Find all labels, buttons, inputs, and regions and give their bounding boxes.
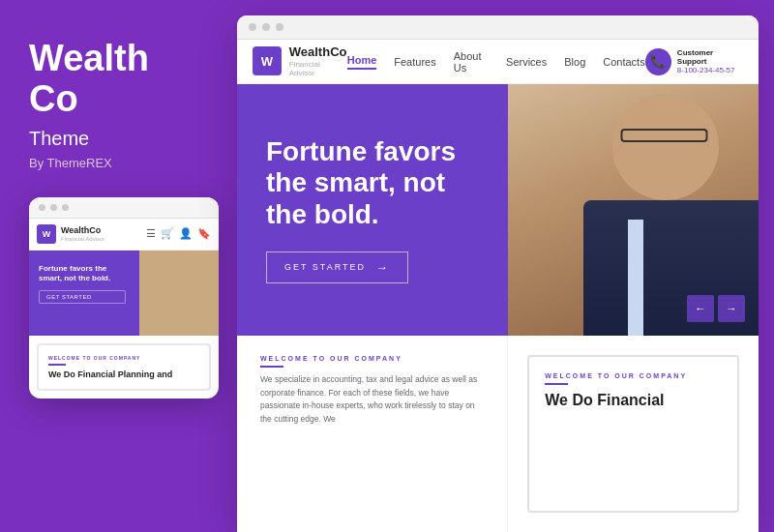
menu-icon: ☰ xyxy=(146,227,156,240)
hero-prev-button[interactable]: ← xyxy=(687,295,714,322)
mobile-logo-icon: W xyxy=(37,224,56,244)
hero-shirt xyxy=(628,220,643,336)
browser-hero: Fortune favors the smart, not the bold. … xyxy=(237,84,759,336)
nav-link-blog[interactable]: Blog xyxy=(564,56,585,68)
nav-link-contacts[interactable]: Contacts xyxy=(603,56,644,68)
bottom-right-heading: We Do Financial xyxy=(545,391,722,409)
mobile-nav: W WealthCo Financial Advisor ☰ 🛒 👤 🔖 xyxy=(29,219,219,251)
hero-content: Fortune favors the smart, not the bold. … xyxy=(237,84,508,336)
support-label: Customer Support xyxy=(677,48,743,66)
mobile-hero-content: Fortune favors the smart, not the bold. … xyxy=(39,264,126,305)
browser-bar xyxy=(237,15,759,40)
browser-dot-3 xyxy=(276,23,283,31)
support-icon: 📞 xyxy=(645,48,671,75)
get-started-arrow: → xyxy=(375,260,390,275)
left-panel: Wealth Co Theme By ThemeREX W WealthCo F… xyxy=(0,0,237,532)
browser-logo-icon: W xyxy=(253,46,282,75)
browser-logo-sub: Financial Advisor xyxy=(289,60,347,77)
hero-head xyxy=(612,94,719,200)
mobile-preview: W WealthCo Financial Advisor ☰ 🛒 👤 🔖 For… xyxy=(29,197,219,399)
bottom-left-section: WELCOME TO OUR COMPANY We specialize in … xyxy=(237,336,508,532)
mobile-dot-1 xyxy=(39,204,45,211)
mobile-section-title: We Do Financial Planning and xyxy=(48,369,199,380)
nav-link-services[interactable]: Services xyxy=(506,56,547,68)
browser-nav: W WealthCo Financial Advisor Home Featur… xyxy=(237,40,759,84)
browser-logo-name: WealthCo xyxy=(289,45,347,59)
bottom-right-line xyxy=(545,383,568,385)
bottom-left-label: WELCOME TO OUR COMPANY xyxy=(260,355,484,362)
mobile-hero-text: Fortune favors the smart, not the bold. xyxy=(39,264,126,284)
mobile-dot-2 xyxy=(50,204,57,211)
bookmark-icon: 🔖 xyxy=(197,227,211,240)
bottom-right-section: WELCOME TO OUR COMPANY We Do Financial xyxy=(508,336,759,532)
customer-support: 📞 Customer Support 8-100-234-45-57 xyxy=(645,48,743,75)
bottom-left-text: We specialize in accounting, tax and leg… xyxy=(260,373,484,426)
nav-link-home[interactable]: Home xyxy=(347,54,377,70)
mobile-section-line xyxy=(48,364,66,366)
mobile-logo-name: WealthCo xyxy=(61,226,104,236)
mobile-nav-icons: ☰ 🛒 👤 🔖 xyxy=(146,227,211,240)
mobile-welcome-section: WELCOME TO OUR COMPANY We Do Financial P… xyxy=(37,343,211,392)
theme-author: By ThemeREX xyxy=(29,156,208,170)
bottom-right-card: WELCOME TO OUR COMPANY We Do Financial xyxy=(527,355,739,513)
theme-title: Wealth Co xyxy=(29,39,208,120)
mobile-logo-sub: Financial Advisor xyxy=(61,236,104,242)
mobile-dot-3 xyxy=(62,204,69,211)
hero-next-button[interactable]: → xyxy=(718,295,745,322)
get-started-label: GET STARTED xyxy=(284,262,366,272)
browser-preview: W WealthCo Financial Advisor Home Featur… xyxy=(237,15,759,532)
cart-icon: 🛒 xyxy=(161,227,174,240)
mobile-browser-bar xyxy=(29,197,219,219)
mobile-get-started-btn[interactable]: GET STARTED xyxy=(39,290,126,304)
support-phone: 8-100-234-45-57 xyxy=(677,66,743,74)
browser-dot-1 xyxy=(249,23,256,31)
user-icon: 👤 xyxy=(179,227,193,240)
browser-nav-links: Home Features About Us Services Blog Con… xyxy=(347,50,645,74)
hero-headline: Fortune favors the smart, not the bold. xyxy=(266,136,479,230)
browser-logo: W WealthCo Financial Advisor xyxy=(253,45,347,76)
browser-bottom: WELCOME TO OUR COMPANY We specialize in … xyxy=(237,336,759,532)
mobile-section-label: WELCOME TO OUR COMPANY xyxy=(48,355,199,361)
mobile-hero: Fortune favors the smart, not the bold. … xyxy=(29,251,219,336)
nav-link-features[interactable]: Features xyxy=(394,56,435,68)
bottom-right-label: WELCOME TO OUR COMPANY xyxy=(545,372,722,379)
browser-dot-2 xyxy=(262,23,270,31)
bottom-left-line xyxy=(260,366,283,368)
mobile-logo: W WealthCo Financial Advisor xyxy=(37,224,104,244)
get-started-button[interactable]: GET STARTED → xyxy=(266,251,408,283)
nav-link-about[interactable]: About Us xyxy=(454,50,489,74)
hero-navigation-arrows: ← → xyxy=(687,295,745,322)
hero-glasses xyxy=(620,129,707,142)
theme-subtitle: Theme xyxy=(29,128,208,150)
